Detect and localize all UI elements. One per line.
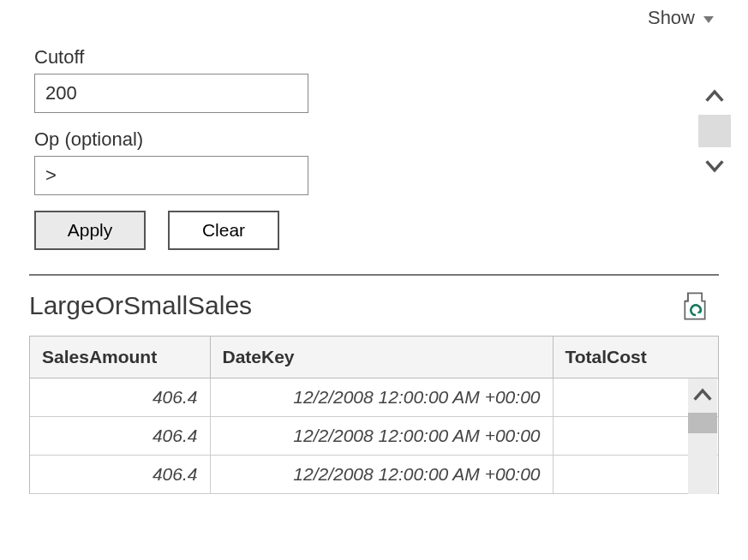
show-label: Show xyxy=(648,7,695,29)
result-title: LargeOrSmallSales xyxy=(29,291,252,320)
cutoff-label: Cutoff xyxy=(34,46,714,69)
op-label: Op (optional) xyxy=(34,128,714,151)
col-totalcost[interactable]: TotalCost xyxy=(553,337,718,378)
table-row[interactable]: 406.4 12/2/2008 12:00:00 AM +00:00 2 xyxy=(30,378,718,417)
cell-datekey: 12/2/2008 12:00:00 AM +00:00 xyxy=(210,378,553,417)
table-row[interactable]: 406.4 12/2/2008 12:00:00 AM +00:00 2 xyxy=(30,417,718,456)
scroll-thumb[interactable] xyxy=(698,115,731,147)
scroll-up-icon[interactable] xyxy=(698,80,731,113)
cell-datekey: 12/2/2008 12:00:00 AM +00:00 xyxy=(210,456,553,494)
scroll-thumb[interactable] xyxy=(688,413,717,433)
results-table: SalesAmount DateKey TotalCost 406.4 12/2… xyxy=(30,337,718,494)
refresh-icon[interactable] xyxy=(683,291,707,320)
cell-salesamount: 406.4 xyxy=(30,378,210,417)
table-scrollbar[interactable] xyxy=(688,378,717,494)
show-dropdown[interactable]: Show xyxy=(648,7,714,29)
scroll-down-icon[interactable] xyxy=(698,149,731,182)
op-input[interactable] xyxy=(34,156,308,195)
table-header-row: SalesAmount DateKey TotalCost xyxy=(30,337,718,378)
col-salesamount[interactable]: SalesAmount xyxy=(30,337,210,378)
table-row[interactable]: 406.4 12/2/2008 12:00:00 AM +00:00 2 xyxy=(30,456,718,494)
clear-button[interactable]: Clear xyxy=(168,211,279,250)
chevron-down-icon xyxy=(703,16,714,23)
apply-button[interactable]: Apply xyxy=(34,211,146,250)
params-scrollbar[interactable] xyxy=(698,80,731,182)
cutoff-input[interactable] xyxy=(34,74,308,113)
scroll-up-icon[interactable] xyxy=(688,378,717,413)
col-datekey[interactable]: DateKey xyxy=(210,337,553,378)
cell-salesamount: 406.4 xyxy=(30,417,210,456)
cell-salesamount: 406.4 xyxy=(30,456,210,494)
section-divider xyxy=(29,274,719,276)
cell-datekey: 12/2/2008 12:00:00 AM +00:00 xyxy=(210,417,553,456)
